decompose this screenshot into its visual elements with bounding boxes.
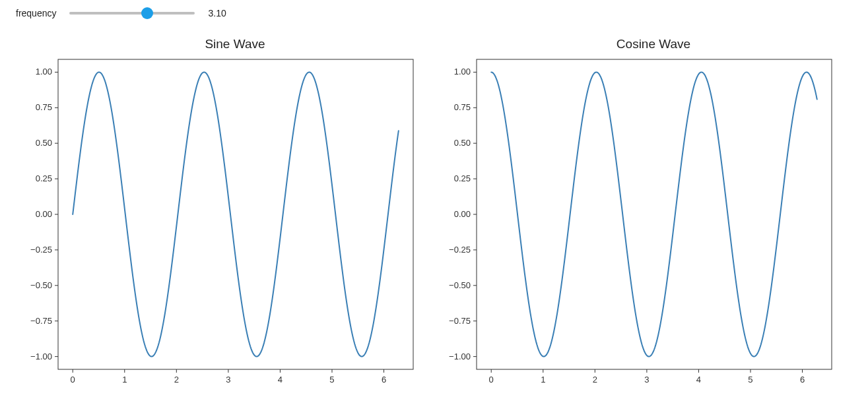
svg-text:0: 0 — [71, 375, 75, 385]
svg-text:−1.00: −1.00 — [449, 352, 471, 361]
cosine-chart: Cosine Wave 0123456−1.00−0.75−0.50−0.250… — [432, 29, 841, 396]
sine-plot-svg: 0123456−1.00−0.75−0.50−0.250.000.250.500… — [13, 53, 422, 396]
sine-plot: 0123456−1.00−0.75−0.50−0.250.000.250.500… — [13, 53, 422, 396]
svg-text:−0.25: −0.25 — [30, 245, 52, 255]
svg-text:1.00: 1.00 — [454, 67, 471, 77]
svg-text:1: 1 — [122, 375, 127, 385]
svg-text:0.50: 0.50 — [36, 138, 52, 148]
slider-track — [69, 12, 195, 15]
svg-text:3: 3 — [226, 375, 230, 385]
svg-text:1: 1 — [541, 375, 545, 385]
svg-text:3: 3 — [644, 375, 649, 385]
svg-text:−0.75: −0.75 — [449, 316, 471, 326]
svg-text:0.00: 0.00 — [36, 209, 52, 219]
svg-text:0.50: 0.50 — [454, 138, 471, 148]
svg-rect-33 — [477, 59, 832, 369]
sine-chart: Sine Wave 0123456−1.00−0.75−0.50−0.250.0… — [13, 29, 422, 396]
svg-text:−0.25: −0.25 — [449, 245, 471, 255]
cosine-plot-svg: 0123456−1.00−0.75−0.50−0.250.000.250.500… — [432, 53, 841, 396]
svg-text:0.25: 0.25 — [454, 173, 471, 183]
svg-text:2: 2 — [593, 375, 597, 385]
slider-label: frequency — [16, 8, 56, 18]
cosine-plot: 0123456−1.00−0.75−0.50−0.250.000.250.500… — [432, 53, 841, 396]
svg-text:4: 4 — [278, 375, 283, 385]
svg-text:5: 5 — [748, 375, 752, 385]
svg-text:0.75: 0.75 — [454, 102, 471, 112]
slider-thumb-icon[interactable] — [141, 7, 153, 19]
svg-text:5: 5 — [329, 375, 334, 385]
svg-text:0.00: 0.00 — [454, 209, 471, 219]
sine-chart-title: Sine Wave — [205, 37, 265, 51]
charts-container: Sine Wave 0123456−1.00−0.75−0.50−0.250.0… — [0, 22, 868, 396]
frequency-slider[interactable] — [69, 7, 195, 20]
svg-text:0.25: 0.25 — [36, 173, 52, 183]
svg-text:−0.50: −0.50 — [449, 280, 471, 290]
svg-text:0: 0 — [489, 375, 494, 385]
svg-text:6: 6 — [800, 375, 805, 385]
slider-value-readout: 3.10 — [208, 8, 234, 18]
cosine-chart-title: Cosine Wave — [617, 37, 690, 51]
svg-text:6: 6 — [382, 375, 386, 385]
svg-text:1.00: 1.00 — [36, 67, 52, 77]
svg-text:−1.00: −1.00 — [30, 352, 52, 361]
svg-text:0.75: 0.75 — [36, 102, 52, 112]
slider-row: frequency 3.10 — [0, 0, 868, 22]
svg-text:−0.75: −0.75 — [30, 316, 52, 326]
svg-text:4: 4 — [696, 375, 701, 385]
svg-text:2: 2 — [174, 375, 179, 385]
svg-text:−0.50: −0.50 — [30, 280, 52, 290]
